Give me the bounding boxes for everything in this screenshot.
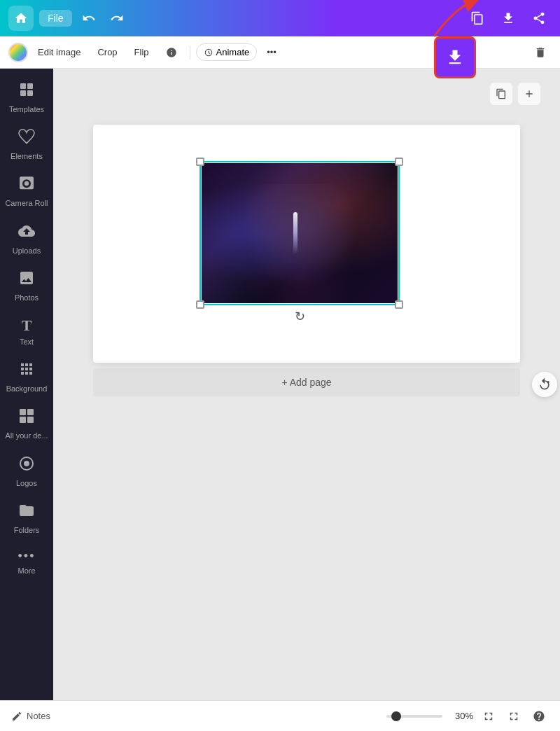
logos-label: Logos: [16, 479, 37, 488]
redo-button[interactable]: [106, 7, 128, 29]
uploads-label: Uploads: [13, 246, 41, 256]
sidebar-item-camera-roll[interactable]: Camera Roll: [0, 168, 53, 215]
uploads-icon: [18, 223, 35, 244]
camera-roll-label: Camera Roll: [5, 199, 48, 208]
folders-label: Folders: [14, 526, 40, 535]
help-button[interactable]: [529, 706, 549, 726]
crop-button[interactable]: Crop: [90, 44, 124, 60]
main-area: Templates Elements Camera Roll Uploads P…: [0, 69, 560, 700]
sidebar-item-photos[interactable]: Photos: [0, 263, 53, 309]
add-frame-button[interactable]: [518, 83, 540, 105]
canvas-frame-controls: [490, 83, 540, 105]
all-designs-icon: [18, 408, 35, 429]
more-icon: •••: [18, 549, 36, 564]
elements-label: Elements: [10, 152, 43, 161]
svg-point-11: [547, 381, 549, 383]
svg-rect-1: [20, 83, 26, 89]
duplicate-button[interactable]: [465, 6, 490, 31]
fullscreen-button[interactable]: [504, 706, 524, 726]
svg-rect-7: [20, 417, 26, 423]
file-menu-button[interactable]: File: [39, 10, 72, 27]
rotate-bottom-handle[interactable]: ↻: [295, 309, 305, 324]
rotate-handle[interactable]: [532, 372, 557, 397]
svg-rect-3: [20, 90, 26, 96]
share-button[interactable]: [526, 6, 552, 31]
sidebar-item-text[interactable]: T Text: [0, 309, 53, 354]
sidebar-item-folders[interactable]: Folders: [0, 495, 53, 542]
text-icon: T: [22, 316, 32, 335]
sidebar-item-logos[interactable]: Logos: [0, 448, 53, 495]
elements-icon: [18, 128, 35, 149]
sidebar-item-more[interactable]: ••• More: [0, 542, 53, 583]
add-page-button[interactable]: + Add page: [93, 368, 520, 396]
sidebar-item-templates[interactable]: Templates: [0, 74, 53, 121]
sidebar-item-elements[interactable]: Elements: [0, 121, 53, 168]
duplicate-frame-button[interactable]: [490, 83, 512, 105]
notes-button[interactable]: Notes: [11, 711, 50, 722]
image-content: [202, 163, 398, 303]
topbar: File: [0, 0, 560, 36]
templates-label: Templates: [9, 105, 44, 114]
edit-image-button[interactable]: Edit image: [31, 44, 88, 60]
info-button[interactable]: [159, 44, 184, 61]
sidebar-item-background[interactable]: Background: [0, 354, 53, 401]
canvas-page: ↻: [93, 125, 520, 363]
logos-icon: [18, 455, 35, 476]
flip-button[interactable]: Flip: [127, 44, 156, 60]
notes-label: Notes: [27, 711, 50, 721]
canvas-image[interactable]: ↻: [202, 163, 398, 303]
photos-label: Photos: [15, 293, 38, 302]
corner-handle-br[interactable]: [395, 300, 403, 309]
more-options-button[interactable]: •••: [260, 44, 284, 60]
corner-handle-tr[interactable]: [395, 158, 403, 166]
sidebar: Templates Elements Camera Roll Uploads P…: [0, 69, 53, 700]
zoom-slider[interactable]: [386, 715, 442, 718]
svg-rect-8: [27, 417, 34, 423]
canvas-area: ↻ + Add page: [53, 69, 560, 700]
photos-icon: [18, 270, 35, 291]
templates-icon: [18, 81, 35, 102]
bottom-bar: Notes 30%: [0, 700, 560, 731]
background-label: Background: [6, 384, 48, 394]
fit-page-button[interactable]: [479, 706, 498, 726]
folders-icon: [18, 502, 35, 523]
sidebar-item-all-designs[interactable]: All your de...: [0, 401, 53, 447]
corner-handle-bl[interactable]: [196, 300, 204, 309]
color-swatch[interactable]: [8, 43, 28, 62]
camera-roll-icon: [18, 175, 35, 196]
all-designs-label: All your de...: [5, 431, 48, 440]
home-button[interactable]: [8, 6, 34, 31]
text-label: Text: [20, 337, 34, 347]
edit-toolbar: Edit image Crop Flip Animate •••: [0, 36, 560, 69]
zoom-controls: 30%: [386, 711, 473, 721]
zoom-percentage: 30%: [448, 711, 473, 721]
more-label: More: [18, 566, 35, 576]
sidebar-item-uploads[interactable]: Uploads: [0, 216, 53, 263]
undo-button[interactable]: [78, 7, 100, 29]
background-icon: [18, 361, 35, 382]
svg-rect-5: [20, 409, 26, 415]
animate-button[interactable]: Animate: [196, 43, 258, 61]
svg-point-10: [24, 461, 29, 466]
download-button[interactable]: [496, 6, 521, 31]
svg-rect-6: [27, 409, 34, 415]
svg-rect-2: [27, 83, 33, 89]
corner-handle-tl[interactable]: [196, 158, 204, 166]
toolbar-divider: [190, 46, 190, 60]
delete-button[interactable]: [529, 41, 552, 64]
svg-rect-4: [27, 90, 33, 96]
